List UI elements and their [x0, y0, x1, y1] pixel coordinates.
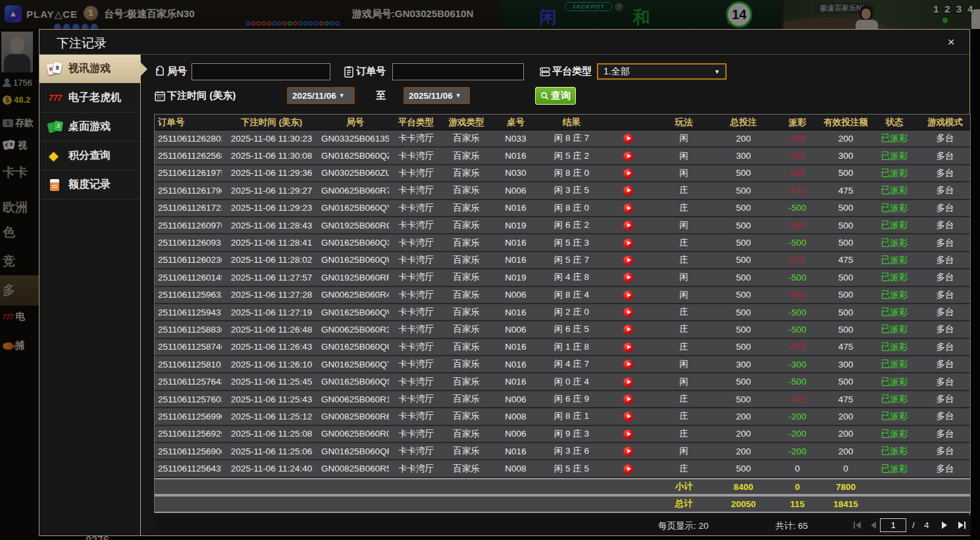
cell-result: 闲 2 庄 0	[542, 306, 602, 318]
platform-select[interactable]: 1.全部 ▼	[597, 63, 727, 80]
tag-icon	[154, 66, 166, 78]
cell-bet: 500	[713, 221, 773, 230]
replay-icon[interactable]	[623, 221, 633, 230]
platform-icon	[539, 66, 551, 78]
replay-icon[interactable]	[623, 325, 633, 335]
replay-icon[interactable]	[623, 394, 633, 404]
replay-icon[interactable]	[623, 134, 633, 144]
cell-payout: -500	[773, 238, 821, 248]
cell-time: 2025-11-06 11:25:43	[222, 394, 321, 404]
table-row: 2511061125690602025-11-06 11:25:06GN0162…	[155, 443, 970, 460]
search-button[interactable]: 查询	[535, 87, 576, 105]
cell-payout: -200	[773, 446, 821, 456]
tab-points-query[interactable]: 积分查询	[39, 142, 140, 171]
close-icon[interactable]: ×	[943, 34, 959, 50]
cell-order: 251106112596322	[155, 290, 222, 300]
replay-icon[interactable]	[623, 308, 633, 317]
cell-table: N016	[490, 342, 542, 352]
first-page-icon[interactable]	[853, 521, 862, 529]
replay-icon[interactable]	[623, 377, 633, 387]
date-to-select[interactable]: 2025/11/06 ▼	[403, 87, 470, 104]
replay-icon[interactable]	[623, 360, 633, 369]
cell-valid: 500	[821, 238, 870, 248]
replay-icon[interactable]	[623, 273, 633, 283]
replay-icon[interactable]	[623, 203, 633, 213]
table-row: 2511061125699022025-11-06 11:25:12GN0082…	[155, 408, 970, 425]
replay-icon[interactable]	[623, 342, 633, 352]
cell-round: GN00825B060R6	[321, 412, 389, 421]
cell-bet: 300	[713, 360, 773, 369]
round-input[interactable]	[192, 63, 330, 80]
cell-payout: 派彩	[773, 117, 821, 128]
cell-round: GN01625B060QY	[321, 203, 389, 213]
cell-game: 百家乐	[443, 202, 490, 214]
cell-play	[602, 203, 654, 213]
cell-order: 251106112576437	[155, 377, 222, 387]
prev-page-icon[interactable]	[869, 521, 878, 529]
cell-order: 251106112628024	[155, 134, 222, 144]
cell-round: GN00625B060R7	[321, 186, 389, 196]
cell-platform: 卡卡湾厅	[389, 254, 443, 266]
subtotal-row: 小计840007800	[155, 478, 970, 495]
cell-status: 已派彩	[870, 358, 919, 370]
bet-time-label: 下注时间 (美东)	[167, 90, 236, 102]
cell-play	[602, 394, 654, 404]
cell-time: 2025-11-06 11:25:06	[222, 446, 321, 456]
table-row: 2511061126023012025-11-06 11:28:02GN0162…	[155, 252, 970, 269]
cell-order: 251106112602301	[155, 255, 222, 265]
replay-icon[interactable]	[623, 446, 633, 456]
cell-valid: 500	[821, 377, 870, 387]
total-row: 总计2005011518415	[155, 495, 970, 512]
cell-platform: 平台类型	[389, 117, 443, 128]
last-page-icon[interactable]	[957, 521, 966, 529]
cell-platform: 卡卡湾厅	[389, 428, 443, 440]
replay-icon[interactable]	[623, 429, 633, 439]
table-row: 2511061125764372025-11-06 11:25:45GN0162…	[155, 373, 970, 391]
replay-icon[interactable]	[623, 151, 633, 161]
table-row: 2511061126093182025-11-06 11:28:41GN0162…	[155, 234, 970, 252]
cell-valid: 475	[821, 255, 870, 265]
cell-time: 2025-11-06 11:30:23	[222, 134, 321, 144]
cell-result: 闲 5 庄 2	[542, 150, 602, 162]
cell-play	[602, 220, 654, 230]
cell-platform: 卡卡湾厅	[389, 150, 443, 162]
page-input[interactable]	[880, 518, 906, 532]
cell-time: 2025-11-06 11:29:23	[222, 203, 321, 213]
cell-time: 2025-11-06 11:25:08	[222, 429, 321, 439]
date-from-select[interactable]: 2025/11/06 ▼	[287, 87, 355, 104]
table-row: 2511061126172362025-11-06 11:29:23GN0162…	[155, 200, 970, 217]
cell-mode: 多台	[919, 376, 971, 388]
cell-status: 已派彩	[870, 150, 919, 162]
replay-icon[interactable]	[623, 169, 633, 178]
cell-side: 闲	[654, 376, 713, 388]
cell-mode: 多台	[919, 463, 971, 475]
cell-side: 庄	[654, 306, 713, 318]
cell-bet: 500	[713, 394, 773, 404]
cell-time: 2025-11-06 11:28:02	[222, 255, 321, 265]
replay-icon[interactable]	[623, 290, 633, 300]
page-count: 4	[924, 520, 929, 530]
replay-icon[interactable]	[623, 186, 633, 196]
cell-order: 251106112569060	[155, 446, 222, 456]
tab-label: 电子老虎机	[68, 91, 121, 105]
tab-quota-record[interactable]: 额度记录	[39, 171, 140, 200]
cell-play	[602, 238, 654, 248]
next-page-icon[interactable]	[940, 521, 949, 529]
cell-bet: 500	[713, 255, 773, 265]
replay-icon[interactable]	[623, 464, 633, 474]
cell-result: 结果	[542, 117, 602, 128]
tab-video-games[interactable]: 视讯游戏	[39, 55, 140, 84]
cell-result: 闲 5 庄 3	[542, 237, 602, 249]
cell-result: 闲 9 庄 3	[542, 428, 602, 440]
tab-slots[interactable]: 电子老虎机	[39, 84, 140, 113]
tab-table-games[interactable]: 桌面游戏	[39, 113, 140, 142]
tab-label: 桌面游戏	[68, 120, 111, 134]
replay-icon[interactable]	[623, 412, 633, 421]
cell-time: 2025-11-06 11:24:40	[222, 464, 321, 473]
replay-icon[interactable]	[623, 256, 633, 265]
total-count-label: 共计: 65	[775, 520, 808, 532]
order-input[interactable]	[392, 63, 524, 80]
cell-mode: 多台	[919, 237, 971, 249]
replay-icon[interactable]	[623, 238, 633, 248]
cell-platform: 卡卡湾厅	[389, 410, 443, 422]
